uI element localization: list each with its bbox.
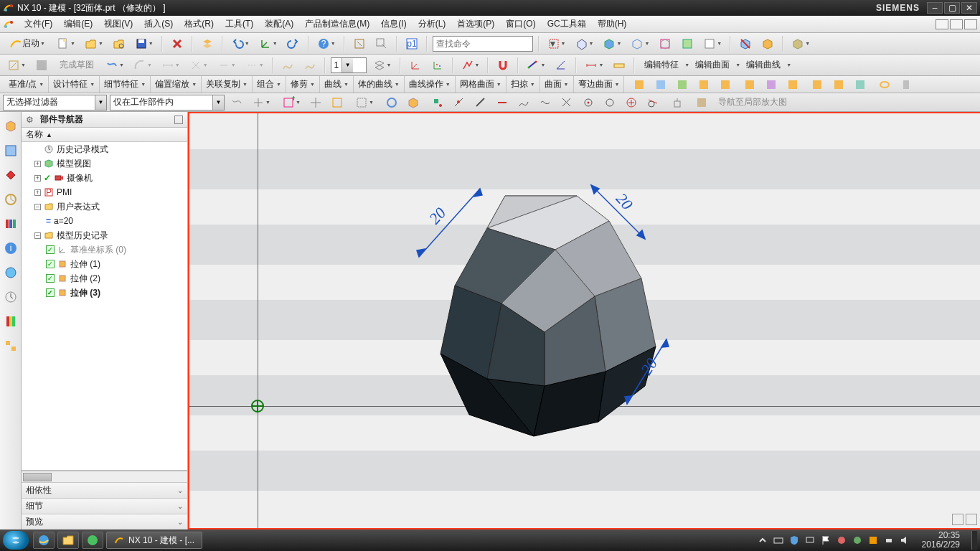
nav-clock-icon[interactable] <box>4 290 18 304</box>
menu-window[interactable]: 窗口(O) <box>500 17 541 32</box>
panel-preview[interactable]: 预览⌄ <box>22 514 187 529</box>
feat-icon-6[interactable] <box>740 77 759 93</box>
open-button[interactable]: ▼ <box>82 36 106 52</box>
tree-extrude-3[interactable]: ✓拉伸 (3) <box>22 286 187 300</box>
spline2-button[interactable] <box>301 57 319 73</box>
snap-mid-button[interactable] <box>450 95 468 110</box>
move-obj-button[interactable] <box>350 36 369 52</box>
menu-insert[interactable]: 插入(S) <box>138 17 179 32</box>
menu-analyze[interactable]: 分析(L) <box>413 17 452 32</box>
grp-detail[interactable]: 细节特征▼ <box>100 76 151 93</box>
taskbar-ie-icon[interactable] <box>33 532 55 549</box>
tree-camera[interactable]: +✓摄像机 <box>22 171 187 185</box>
nav-palette-icon[interactable] <box>4 314 18 329</box>
selection-button[interactable] <box>372 36 391 52</box>
new-button[interactable]: ▼ <box>54 36 78 52</box>
menu-info[interactable]: 信息(I) <box>375 17 412 32</box>
feat-icon-13[interactable] <box>897 77 915 93</box>
folder-search-button[interactable] <box>110 36 128 52</box>
nav-info-icon[interactable]: i <box>4 241 18 255</box>
feat-icon-10[interactable] <box>829 77 848 93</box>
view-cube-tool[interactable] <box>404 95 423 110</box>
undo-button[interactable]: ▼ <box>228 36 253 52</box>
tray-unknown3-icon[interactable] <box>867 534 879 546</box>
tray-net-icon[interactable] <box>804 534 816 546</box>
swatch-button[interactable]: ▼ <box>700 36 725 52</box>
grp-combine[interactable]: 组合▼ <box>253 76 286 93</box>
taskbar-360-icon[interactable] <box>82 532 103 549</box>
maximize-button[interactable]: ▢ <box>944 2 960 14</box>
menu-view[interactable]: 视图(V) <box>98 17 138 32</box>
rotate-tool[interactable] <box>382 95 401 110</box>
close-button[interactable]: ✕ <box>961 2 977 14</box>
show-button[interactable] <box>758 36 777 52</box>
tray-power-icon[interactable] <box>883 534 895 546</box>
feat-icon-8[interactable] <box>783 77 802 93</box>
snap-tan-button[interactable] <box>644 95 662 110</box>
dim-button[interactable]: ▼ <box>159 57 183 73</box>
axis3-button[interactable] <box>428 57 447 73</box>
feat-icon-7[interactable] <box>762 77 781 93</box>
extend-button[interactable]: ▼ <box>242 57 267 73</box>
feat-icon-5[interactable] <box>716 77 735 93</box>
tree-extrude-1[interactable]: ✓拉伸 (1) <box>22 257 187 271</box>
filter-tool-2[interactable]: ▼ <box>249 95 273 110</box>
ruler-button[interactable] <box>610 57 628 73</box>
menu-help[interactable]: 帮助(H) <box>592 17 633 32</box>
tray-unknown2-icon[interactable] <box>852 534 863 546</box>
edit-curve-label[interactable]: 编辑曲线 <box>746 59 781 71</box>
nav-reuse-icon[interactable] <box>4 192 18 207</box>
help-button[interactable]: ?▼ <box>314 36 339 52</box>
clip-button[interactable] <box>678 36 697 52</box>
vector-button[interactable]: ▼ <box>458 57 483 73</box>
tree-datum[interactable]: ✓基准坐标系 (0) <box>22 242 187 257</box>
snap-plus-button[interactable] <box>622 95 641 110</box>
start-button[interactable] <box>3 531 29 550</box>
snap-quad-button[interactable] <box>600 95 619 110</box>
fit-view-button[interactable]: ▼ <box>545 36 569 52</box>
viewport-toggle-2[interactable] <box>966 514 977 525</box>
feat-icon-12[interactable] <box>875 77 894 93</box>
layer-combo[interactable]: 1▼ <box>331 57 367 73</box>
tray-keyboard-icon[interactable] <box>773 534 784 546</box>
viewport-toggle-1[interactable] <box>952 514 963 525</box>
grp-flange[interactable]: 弯边曲面▼ <box>574 76 625 93</box>
sel-box-button[interactable]: ▼ <box>352 95 377 110</box>
tray-clock[interactable]: 20:35 2016/2/29 <box>915 531 967 550</box>
tray-flag-icon[interactable] <box>820 534 831 546</box>
feat-icon-4[interactable] <box>694 77 713 93</box>
measure-button[interactable]: ▼ <box>524 57 548 73</box>
arc-button[interactable]: ▼ <box>131 57 155 73</box>
hide-button[interactable] <box>736 36 755 52</box>
wcs-button[interactable]: ▼ <box>256 36 281 52</box>
extra-btn-1[interactable]: ▼ <box>788 36 813 52</box>
nav-web-icon[interactable] <box>4 265 18 280</box>
filter-scope-combo[interactable]: 仅在工作部件内▼ <box>110 95 225 110</box>
grp-design[interactable]: 设计特征▼ <box>49 76 100 93</box>
mdi-minimize-button[interactable] <box>936 19 948 29</box>
taskbar-explorer-icon[interactable] <box>57 532 79 549</box>
render-style-button[interactable]: ▼ <box>573 36 597 52</box>
snap-horiz-button[interactable] <box>493 95 512 110</box>
grp-sweep[interactable]: 扫掠▼ <box>507 76 540 93</box>
nav-library-icon[interactable] <box>4 217 18 231</box>
feat-icon-11[interactable] <box>851 77 870 93</box>
tree-a20[interactable]: =a=20 <box>22 214 187 228</box>
tree-extrude-2[interactable]: ✓拉伸 (2) <box>22 271 187 286</box>
spline-button[interactable] <box>278 57 297 73</box>
grp-offset[interactable]: 偏置缩放▼ <box>151 76 202 93</box>
panel-detail[interactable]: 细节⌄ <box>22 498 187 514</box>
tree-hscroll[interactable] <box>22 471 187 482</box>
expression-button[interactable]: p1 <box>402 36 421 52</box>
sketch-button[interactable]: ▼ <box>4 57 29 73</box>
delete-button[interactable] <box>168 36 187 52</box>
grid-sketch-button[interactable] <box>32 57 51 73</box>
show-desktop-button[interactable] <box>971 531 977 550</box>
grp-mesh[interactable]: 网格曲面▼ <box>456 76 507 93</box>
snap-wave-button[interactable] <box>536 95 555 110</box>
measure2-button[interactable] <box>552 57 570 73</box>
tray-unknown1-icon[interactable] <box>836 534 847 546</box>
layer-manager-button[interactable] <box>198 36 217 52</box>
tree-pmi[interactable]: +PPMI <box>22 185 187 199</box>
grp-datum[interactable]: 基准/点▼ <box>4 76 49 93</box>
